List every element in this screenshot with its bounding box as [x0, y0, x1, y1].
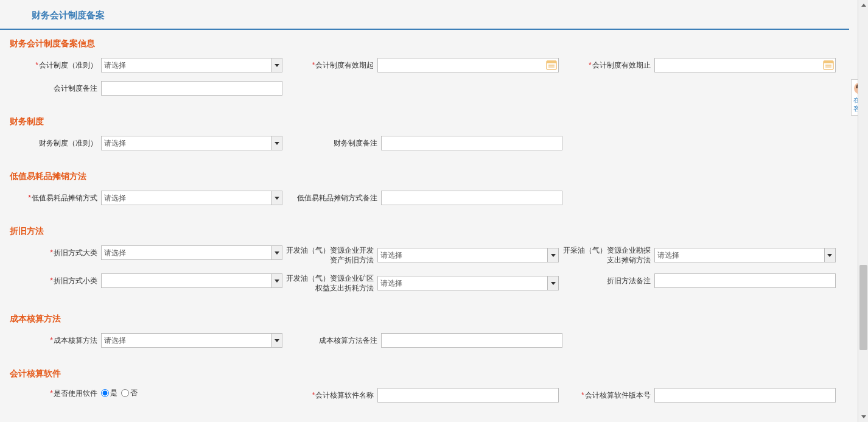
- label-mining: 开发油（气）资源企业矿区 权益支出折耗方法: [286, 273, 377, 293]
- radio-group-use-software: 是 否: [101, 388, 138, 398]
- form-row: *成本核算方法 请选择 成本核算方法备注: [10, 333, 839, 348]
- input-valid-from[interactable]: [377, 58, 559, 72]
- select-dev-asset-wrap: 请选择: [377, 248, 559, 262]
- radio-yes[interactable]: [101, 389, 109, 397]
- form-row: *是否使用软件 是 否 *会计核算软件名称 *会计核算软件版本号: [10, 388, 839, 403]
- label-dep-minor: *折旧方式小类: [10, 276, 101, 286]
- section-filing-info: 财务会计制度备案信息 *会计制度（准则） 请选择 *会计制度有效期起: [0, 30, 849, 108]
- label-cost-remark: 成本核算方法备注: [290, 336, 381, 345]
- form-group-valid-from: *会计制度有效期起: [286, 58, 562, 72]
- section-title-filing-info: 财务会计制度备案信息: [10, 38, 839, 49]
- section-title-low-value: 低值易耗品摊销方法: [10, 171, 839, 182]
- select-cost-method[interactable]: 请选择: [101, 333, 282, 348]
- label-software-version: *会计核算软件版本号: [563, 390, 654, 400]
- label-accounting-system: *会计制度（准则）: [10, 60, 101, 70]
- input-filing-remark[interactable]: [101, 81, 282, 96]
- select-mining-wrap: 请选择: [377, 276, 559, 290]
- select-accounting-system-wrap: 请选择: [101, 58, 282, 72]
- scroll-thumb[interactable]: [859, 265, 867, 350]
- input-cost-remark[interactable]: [381, 333, 562, 348]
- form-group-valid-to: *会计制度有效期止: [563, 58, 839, 72]
- form-row: *折旧方式大类 请选择 开发油（气）资源企业开发 资产折旧方法 请选择 开: [10, 245, 839, 265]
- section-software: 会计核算软件 *是否使用软件 是 否 *会计核算软件名称 *会计核算软件版本号: [0, 360, 849, 415]
- form-group-low-value-method: *低值易耗品摊销方式 请选择: [10, 191, 290, 205]
- radio-yes-label[interactable]: 是: [101, 388, 117, 398]
- section-cost: 成本核算方法 *成本核算方法 请选择 成本核算方法备注: [0, 305, 849, 360]
- section-low-value: 低值易耗品摊销方法 *低值易耗品摊销方式 请选择 低值易耗品摊销方式备注: [0, 163, 849, 217]
- input-software-version[interactable]: [654, 388, 836, 403]
- label-cost-method: *成本核算方法: [10, 336, 101, 345]
- select-explore[interactable]: 请选择: [654, 248, 836, 262]
- select-accounting-system[interactable]: 请选择: [101, 58, 282, 72]
- form-group-dep-remark: 折旧方法备注: [563, 273, 839, 288]
- select-cost-wrap: 请选择: [101, 333, 282, 348]
- label-low-value-remark: 低值易耗品摊销方式备注: [290, 193, 381, 203]
- form-row: *低值易耗品摊销方式 请选择 低值易耗品摊销方式备注: [10, 191, 839, 205]
- label-software-name: *会计核算软件名称: [286, 390, 377, 400]
- form-row: *会计制度（准则） 请选择 *会计制度有效期起 *会计制度有效期止: [10, 58, 839, 72]
- input-software-name[interactable]: [377, 388, 559, 403]
- section-title-cost: 成本核算方法: [10, 314, 839, 325]
- label-explore: 开采油（气）资源企业勘探 支出摊销方法: [563, 245, 654, 265]
- label-dev-asset: 开发油（气）资源企业开发 资产折旧方法: [286, 245, 377, 265]
- form-group-cost-method: *成本核算方法 请选择: [10, 333, 290, 348]
- select-dep-minor-wrap: [101, 273, 282, 288]
- select-explore-wrap: 请选择: [654, 248, 836, 262]
- date-valid-from-wrap: [377, 58, 559, 72]
- section-financial-system: 财务制度 财务制度（准则） 请选择 财务制度备注: [0, 108, 849, 163]
- select-dev-asset[interactable]: 请选择: [377, 248, 559, 262]
- label-dep-major: *折旧方式大类: [10, 248, 101, 258]
- radio-no[interactable]: [121, 389, 129, 397]
- select-mining[interactable]: 请选择: [377, 276, 559, 290]
- page-title: 财务会计制度备案: [32, 10, 105, 20]
- section-title-financial-system: 财务制度: [10, 116, 839, 127]
- select-low-value-wrap: 请选择: [101, 191, 282, 205]
- input-financial-remark[interactable]: [381, 136, 562, 150]
- label-low-value-method: *低值易耗品摊销方式: [10, 193, 101, 203]
- form-row: 会计制度备注: [10, 81, 839, 96]
- select-dep-major[interactable]: 请选择: [101, 245, 282, 260]
- select-dep-minor[interactable]: [101, 273, 282, 288]
- select-financial-system[interactable]: 请选择: [101, 136, 282, 150]
- form-group-cost-remark: 成本核算方法备注: [290, 333, 570, 348]
- form-group-filing-remark: 会计制度备注: [10, 81, 290, 96]
- form-group-explore: 开采油（气）资源企业勘探 支出摊销方法 请选择: [563, 245, 839, 265]
- form-group-mining: 开发油（气）资源企业矿区 权益支出折耗方法 请选择: [286, 273, 562, 293]
- form-group-dep-major: *折旧方式大类 请选择: [10, 245, 286, 260]
- page-title-bar: 财务会计制度备案: [0, 0, 849, 30]
- select-low-value-method[interactable]: 请选择: [101, 191, 282, 205]
- section-title-depreciation: 折旧方法: [10, 226, 839, 237]
- label-financial-remark: 财务制度备注: [290, 138, 381, 148]
- form-group-dev-asset: 开发油（气）资源企业开发 资产折旧方法 请选择: [286, 245, 562, 265]
- form-group-software-name: *会计核算软件名称: [286, 388, 562, 403]
- input-dep-remark[interactable]: [654, 273, 836, 288]
- form-group-financial-remark: 财务制度备注: [290, 136, 570, 150]
- date-valid-to-wrap: [654, 58, 836, 72]
- section-depreciation: 折旧方法 *折旧方式大类 请选择 开发油（气）资源企业开发 资产折旧方法 请选择: [0, 217, 849, 305]
- page-container: 财务会计制度备案 财务会计制度备案信息 *会计制度（准则） 请选择 *会计制度有…: [0, 0, 849, 415]
- label-valid-to: *会计制度有效期止: [563, 60, 654, 70]
- form-group-dep-minor: *折旧方式小类: [10, 273, 286, 288]
- input-valid-to[interactable]: [654, 58, 836, 72]
- form-group-use-software: *是否使用软件 是 否: [10, 388, 286, 398]
- label-dep-remark: 折旧方法备注: [563, 276, 654, 286]
- form-row: 财务制度（准则） 请选择 财务制度备注: [10, 136, 839, 150]
- radio-no-label[interactable]: 否: [121, 388, 138, 398]
- label-financial-system: 财务制度（准则）: [10, 138, 101, 148]
- input-low-value-remark[interactable]: [381, 191, 562, 205]
- form-group-accounting-system: *会计制度（准则） 请选择: [10, 58, 286, 72]
- scrollbar-vertical[interactable]: [858, 0, 868, 415]
- label-filing-remark: 会计制度备注: [10, 83, 101, 93]
- label-valid-from: *会计制度有效期起: [286, 60, 377, 70]
- section-title-software: 会计核算软件: [10, 368, 839, 379]
- select-financial-system-wrap: 请选择: [101, 136, 282, 150]
- scroll-up-icon[interactable]: [858, 0, 868, 10]
- select-dep-major-wrap: 请选择: [101, 245, 282, 260]
- form-group-low-value-remark: 低值易耗品摊销方式备注: [290, 191, 570, 205]
- form-group-financial-system: 财务制度（准则） 请选择: [10, 136, 290, 150]
- scroll-down-icon[interactable]: [858, 412, 868, 415]
- form-row: *折旧方式小类 开发油（气）资源企业矿区 权益支出折耗方法 请选择 折旧方法备注: [10, 273, 839, 293]
- label-use-software: *是否使用软件: [10, 389, 101, 398]
- form-group-software-version: *会计核算软件版本号: [563, 388, 839, 403]
